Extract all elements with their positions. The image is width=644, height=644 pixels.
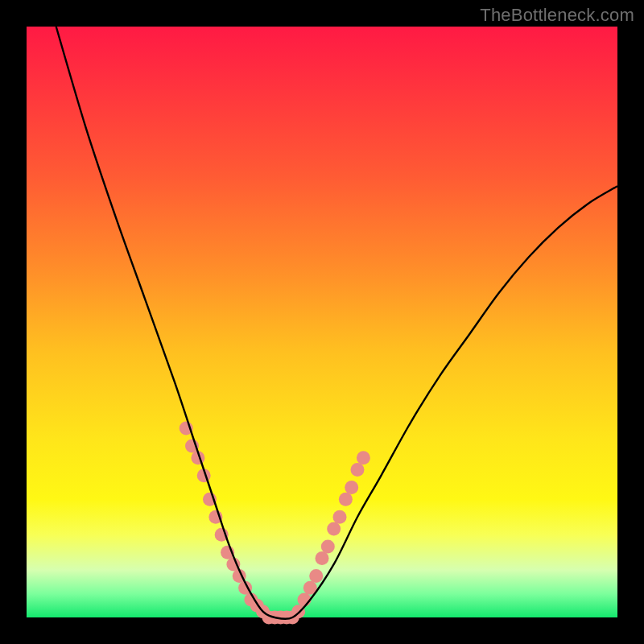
highlight-dot [309,569,323,583]
highlight-dot [333,510,347,524]
highlight-dot [316,551,329,565]
chart-frame: TheBottleneck.com [0,0,644,644]
chart-plot-area [27,27,617,617]
highlight-dots [180,422,370,625]
highlight-dot [351,463,365,477]
highlight-dot [327,522,341,535]
chart-svg [27,27,617,617]
highlight-dot [321,539,335,553]
highlight-dot [345,481,358,494]
highlight-dot [339,493,353,506]
watermark-text: TheBottleneck.com [480,5,634,26]
highlight-dot [357,451,370,464]
